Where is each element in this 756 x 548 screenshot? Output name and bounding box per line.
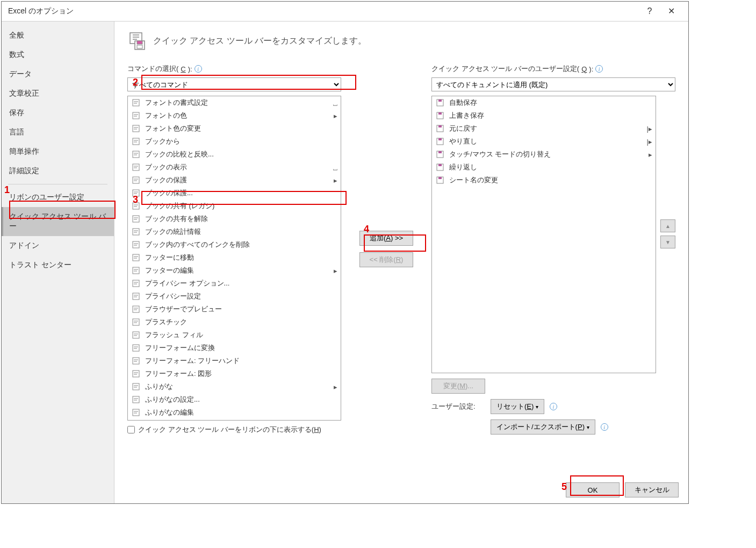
qat-list-item[interactable]: 繰り返し xyxy=(432,161,656,174)
command-label: フッターに移動 xyxy=(145,253,325,262)
info-icon[interactable]: i xyxy=(595,65,603,73)
sidebar-item-trust[interactable]: トラスト センター xyxy=(2,255,114,275)
sidebar-item-ribbon[interactable]: リボンのユーザー設定 xyxy=(2,188,114,207)
qat-list-item[interactable]: 自動保存 xyxy=(432,96,656,109)
qat-list-item[interactable]: シート名の変更 xyxy=(432,174,656,187)
sidebar-item-formulas[interactable]: 数式 xyxy=(2,45,114,65)
show-below-ribbon-label: クイック アクセス ツール バーをリボンの下に表示する(H) xyxy=(138,425,321,435)
command-list-item[interactable]: フッターに移動 xyxy=(128,251,341,264)
command-label: フォント色の変更 xyxy=(145,124,325,133)
command-list-item[interactable]: フリーフォーム: フリーハンド xyxy=(128,354,341,367)
modify-button[interactable]: 変更(M)... xyxy=(431,379,485,394)
customize-qat-dropdown[interactable]: すべてのドキュメントに適用 (既定) xyxy=(431,77,675,91)
cancel-button[interactable]: キャンセル xyxy=(625,482,679,497)
command-icon xyxy=(131,214,141,224)
command-list-item[interactable]: ふりがなの設定... xyxy=(128,393,341,406)
command-list-item[interactable]: フォント色の変更 xyxy=(128,122,341,135)
remove-button[interactable]: << 削除(R) xyxy=(359,252,413,267)
move-up-button[interactable]: ▲ xyxy=(660,219,675,232)
command-icon xyxy=(131,98,141,108)
command-label: ブックの保護... xyxy=(145,188,325,198)
help-button[interactable]: ? xyxy=(639,3,660,19)
qat-list-item[interactable]: 上書き保存 xyxy=(432,109,656,122)
command-label: ブックの統計情報 xyxy=(145,227,325,237)
command-icon xyxy=(131,266,141,275)
qat-list-item[interactable]: やり直し|▸ xyxy=(432,135,656,148)
command-list-item[interactable]: プライバシー オプション... xyxy=(128,277,341,290)
svg-rect-27 xyxy=(133,396,139,403)
svg-rect-9 xyxy=(133,164,139,170)
sidebar-item-data[interactable]: データ xyxy=(2,65,114,84)
close-button[interactable]: ✕ xyxy=(660,3,682,19)
command-list-item[interactable]: フリーフォームに変換 xyxy=(128,341,341,354)
command-list-item[interactable]: ブックの保護... xyxy=(128,187,341,200)
sidebar-item-addins[interactable]: アドイン xyxy=(2,236,114,255)
sidebar-item-language[interactable]: 言語 xyxy=(2,123,114,142)
command-list-item[interactable]: フォントの色▸ xyxy=(128,109,341,122)
move-down-button[interactable]: ▼ xyxy=(660,236,675,248)
sidebar-item-save[interactable]: 保存 xyxy=(2,103,114,123)
svg-rect-28 xyxy=(133,409,139,416)
svg-rect-14 xyxy=(133,229,139,235)
command-label: フォントの書式設定 xyxy=(145,98,325,108)
command-label: ブックの共有 (レガシ) xyxy=(145,201,325,211)
command-list-item[interactable]: ふりがなの編集 xyxy=(128,406,341,419)
qat-listbox[interactable]: 自動保存上書き保存元に戻す|▸やり直し|▸タッチ/マウス モードの切り替え▸繰り… xyxy=(431,96,656,373)
command-icon xyxy=(131,317,141,327)
sidebar-item-ease[interactable]: 簡単操作 xyxy=(2,142,114,161)
command-icon xyxy=(131,150,141,159)
command-list-item[interactable]: ブックの共有を解除 xyxy=(128,212,341,225)
qat-header-icon xyxy=(127,31,147,51)
qat-item-label: タッチ/マウス モードの切り替え xyxy=(449,150,639,159)
command-list-item[interactable]: フリーフォーム: 図形 xyxy=(128,367,341,380)
command-list-item[interactable]: フラッシュ フィル xyxy=(128,329,341,341)
qat-item-label: 自動保存 xyxy=(449,98,639,108)
ok-button[interactable]: OK xyxy=(566,482,620,497)
command-icon xyxy=(131,356,141,366)
sidebar-item-general[interactable]: 全般 xyxy=(2,26,114,45)
qat-item-label: 上書き保存 xyxy=(449,111,639,120)
command-label: ブックの比較と反映... xyxy=(145,150,325,159)
command-list-item[interactable]: フッターの編集▸ xyxy=(128,264,341,277)
info-icon[interactable]: i xyxy=(601,423,608,431)
svg-rect-12 xyxy=(133,203,139,209)
sidebar-item-proofing[interactable]: 文章校正 xyxy=(2,84,114,103)
command-label: ブックの表示 xyxy=(145,162,325,172)
sidebar-item-qat[interactable]: クイック アクセス ツール バー xyxy=(2,207,114,236)
qat-item-label: シート名の変更 xyxy=(449,175,639,185)
command-list-item[interactable]: ブックの統計情報 xyxy=(128,225,341,238)
command-list-item[interactable]: ブック内のすべてのインクを削除 xyxy=(128,238,341,251)
command-list-item[interactable]: ブックの表示⎵ xyxy=(128,161,341,174)
qat-item-icon xyxy=(435,162,445,172)
info-icon[interactable]: i xyxy=(550,403,557,410)
commands-listbox[interactable]: フォントの書式設定⎵フォントの色▸フォント色の変更ブックからブックの比較と反映.… xyxy=(127,96,341,421)
command-list-item[interactable]: ふりがなの表示/非表示 xyxy=(128,419,341,420)
command-icon xyxy=(131,175,141,185)
info-icon[interactable]: i xyxy=(195,65,202,73)
command-list-item[interactable]: ブラウザーでプレビュー xyxy=(128,303,341,316)
submenu-indicator: ⎵ xyxy=(329,99,337,107)
command-list-item[interactable]: ブックの保護▸ xyxy=(128,174,341,187)
command-icon xyxy=(131,124,141,133)
customizations-label: ユーザー設定: xyxy=(431,402,485,411)
qat-list-item[interactable]: タッチ/マウス モードの切り替え▸ xyxy=(432,148,656,161)
sidebar-item-advanced[interactable]: 詳細設定 xyxy=(2,161,114,181)
command-icon xyxy=(131,279,141,288)
show-below-ribbon-checkbox[interactable] xyxy=(127,426,135,433)
command-list-item[interactable]: ブックから xyxy=(128,135,341,148)
command-list-item[interactable]: プライバシー設定 xyxy=(128,290,341,303)
qat-list-item[interactable]: 元に戻す|▸ xyxy=(432,122,656,135)
command-icon xyxy=(131,253,141,262)
import-export-dropdown-button[interactable]: インポート/エクスポート(P) xyxy=(491,419,595,435)
command-list-item[interactable]: フォントの書式設定⎵ xyxy=(128,96,341,109)
svg-rect-4 xyxy=(133,99,139,106)
qat-item-icon xyxy=(435,150,445,159)
command-icon xyxy=(131,330,141,340)
choose-commands-dropdown[interactable]: すべてのコマンド xyxy=(127,77,341,91)
command-list-item[interactable]: プラスチック xyxy=(128,316,341,329)
add-button[interactable]: 追加(A) >> xyxy=(359,231,413,246)
command-list-item[interactable]: ブックの比較と反映... xyxy=(128,148,341,161)
command-list-item[interactable]: ブックの共有 (レガシ) xyxy=(128,200,341,212)
reset-dropdown-button[interactable]: リセット(E) xyxy=(491,399,544,414)
command-list-item[interactable]: ふりがな▸ xyxy=(128,380,341,393)
